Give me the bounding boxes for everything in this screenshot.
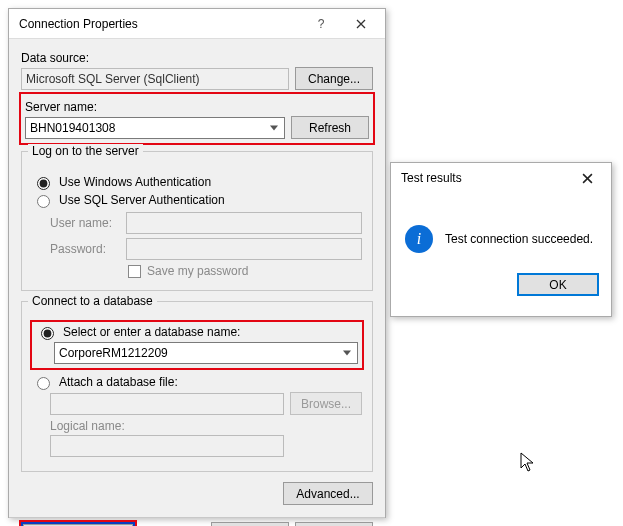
dialog-footer: Test Connection OK Cancel: [9, 518, 385, 526]
save-password-checkbox: [128, 265, 141, 278]
close-icon: [356, 19, 366, 29]
dialog-title: Connection Properties: [19, 17, 301, 31]
results-ok-button[interactable]: OK: [517, 273, 599, 296]
mouse-cursor-icon: [520, 452, 536, 474]
windows-auth-radio[interactable]: [37, 177, 50, 190]
logon-fieldset: Log on to the server Use Windows Authent…: [21, 151, 373, 291]
attach-db-radio[interactable]: [37, 377, 50, 390]
test-results-dialog: Test results i Test connection succeeded…: [390, 162, 612, 317]
connection-properties-dialog: Connection Properties ? Data source: Cha…: [8, 8, 386, 518]
refresh-button[interactable]: Refresh: [291, 116, 369, 139]
windows-auth-label: Use Windows Authentication: [59, 175, 211, 189]
logical-name-field: [50, 435, 284, 457]
logon-legend: Log on to the server: [28, 144, 143, 158]
username-label: User name:: [50, 216, 120, 230]
attach-db-label: Attach a database file:: [59, 375, 178, 389]
select-db-radio[interactable]: [41, 327, 54, 340]
dialog-body: Data source: Change... Server name: BHN0…: [9, 39, 385, 517]
server-name-label: Server name:: [25, 100, 369, 114]
connect-db-legend: Connect to a database: [28, 294, 157, 308]
advanced-button[interactable]: Advanced...: [283, 482, 373, 505]
save-password-label: Save my password: [147, 264, 248, 278]
titlebar: Connection Properties ?: [9, 9, 385, 39]
data-source-label: Data source:: [21, 51, 373, 65]
connect-db-fieldset: Connect to a database Select or enter a …: [21, 301, 373, 472]
info-icon: i: [405, 225, 433, 253]
ok-button[interactable]: OK: [211, 522, 289, 526]
results-message: Test connection succeeded.: [445, 232, 593, 246]
results-titlebar: Test results: [391, 163, 611, 193]
results-close-button[interactable]: [567, 165, 607, 191]
close-button[interactable]: [341, 11, 381, 37]
attach-db-file-field: [50, 393, 284, 415]
sql-auth-radio[interactable]: [37, 195, 50, 208]
server-name-combo[interactable]: BHN019401308: [25, 117, 285, 139]
change-button[interactable]: Change...: [295, 67, 373, 90]
password-field: [126, 238, 362, 260]
sql-auth-label: Use SQL Server Authentication: [59, 193, 225, 207]
results-title: Test results: [401, 171, 567, 185]
close-icon: [582, 173, 593, 184]
password-label: Password:: [50, 242, 120, 256]
cancel-button[interactable]: Cancel: [295, 522, 373, 526]
select-db-label: Select or enter a database name:: [63, 325, 240, 339]
username-field: [126, 212, 362, 234]
database-name-combo[interactable]: CorporeRM1212209: [54, 342, 358, 364]
logical-name-label: Logical name:: [50, 419, 362, 433]
help-button[interactable]: ?: [301, 11, 341, 37]
browse-button: Browse...: [290, 392, 362, 415]
data-source-field: [21, 68, 289, 90]
